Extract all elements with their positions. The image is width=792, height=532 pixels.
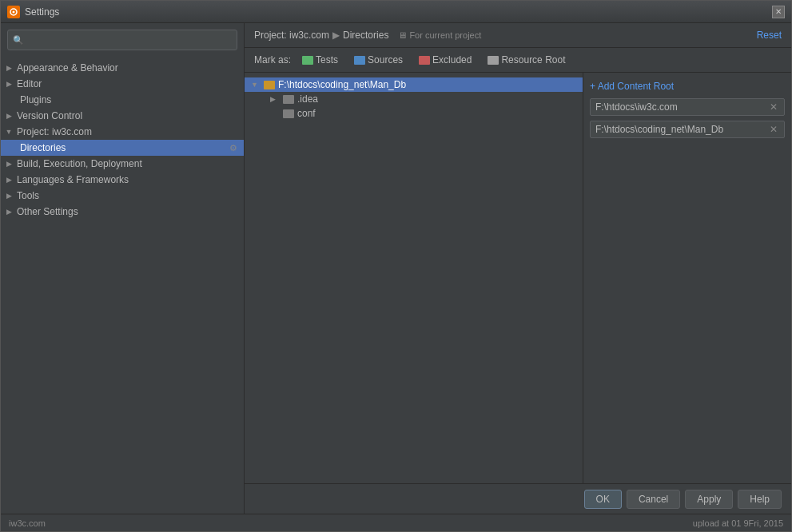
mark-resource-root-button[interactable]: Resource Root	[483, 53, 570, 67]
mark-as-label: Mark as:	[254, 54, 291, 66]
close-button[interactable]: ✕	[772, 6, 785, 18]
arrow-icon: ▶	[4, 175, 14, 185]
sidebar-item-project[interactable]: ▼ Project: iw3c.com	[1, 124, 244, 140]
sidebar-item-editor[interactable]: ▶ Editor	[1, 76, 244, 92]
add-content-root-button[interactable]: + Add Content Root	[590, 79, 785, 93]
search-box[interactable]: 🔍	[7, 30, 237, 50]
remove-content-root-button[interactable]: ✕	[768, 101, 779, 113]
content-root-path: F:\htdocs\coding_net\Man_Db	[595, 124, 723, 135]
tests-folder-icon	[302, 56, 313, 65]
sidebar-item-label: Appearance & Behavior	[17, 62, 118, 73]
tree-item-label: conf	[297, 108, 316, 119]
svg-point-1	[13, 10, 15, 13]
status-bar: iw3c.com upload at 01 9Fri, 2015	[1, 514, 791, 531]
sidebar-item-label: Version Control	[17, 110, 82, 121]
sidebar-item-directories[interactable]: Directories ⚙	[1, 140, 244, 156]
arrow-icon: ▶	[4, 159, 14, 169]
help-button[interactable]: Help	[738, 490, 782, 509]
settings-window: Settings ✕ 🔍 ▶ Appearance & Behavior ▶ E…	[0, 0, 792, 532]
project-label: Project: iw3c.com	[254, 30, 329, 41]
right-panel: Project: iw3c.com ▶ Directories 🖥 For cu…	[245, 23, 791, 514]
arrow-icon: ▶	[4, 79, 14, 89]
arrow-icon: ▼	[4, 127, 14, 137]
sidebar-item-languages[interactable]: ▶ Languages & Frameworks	[1, 172, 244, 188]
arrow-icon: ▶	[4, 207, 14, 216]
content-root-path: F:\htdocs\iw3c.com	[595, 101, 678, 113]
reset-button[interactable]: Reset	[757, 30, 782, 41]
tree-item-label: F:\htdocs\coding_net\Man_Db	[278, 79, 406, 90]
mark-sources-button[interactable]: Sources	[349, 53, 408, 67]
arrow-icon: ▶	[4, 63, 14, 73]
sidebar-item-tools[interactable]: ▶ Tools	[1, 188, 244, 204]
search-input[interactable]	[27, 34, 232, 46]
excluded-folder-icon	[419, 56, 430, 65]
sidebar-item-vcs[interactable]: ▶ Version Control	[1, 108, 244, 124]
app-icon	[7, 6, 20, 18]
tree-item-idea[interactable]: ▶ .idea	[245, 92, 583, 106]
sidebar-item-label: Other Settings	[17, 206, 78, 217]
titlebar: Settings ✕	[1, 1, 791, 23]
ok-button[interactable]: OK	[584, 490, 622, 509]
sidebar-item-label: Plugins	[20, 94, 51, 105]
sidebar-item-build[interactable]: ▶ Build, Execution, Deployment	[1, 156, 244, 172]
sidebar-nav: ▶ Appearance & Behavior ▶ Editor Plugins…	[1, 57, 244, 514]
tree-panel: ▼ F:\htdocs\coding_net\Man_Db ▶ .idea	[245, 73, 583, 483]
sidebar-item-label: Build, Execution, Deployment	[17, 158, 142, 169]
sidebar-item-plugins[interactable]: Plugins	[1, 92, 244, 108]
settings-icon: ⚙	[229, 143, 237, 153]
window-title: Settings	[25, 6, 772, 18]
tree-item-conf[interactable]: conf	[245, 106, 583, 121]
section-label: Directories	[343, 30, 388, 41]
arrow-icon: ▶	[4, 191, 14, 200]
content-roots-panel: + Add Content Root F:\htdocs\iw3c.com ✕ …	[583, 73, 791, 483]
sidebar-item-other[interactable]: ▶ Other Settings	[1, 204, 244, 220]
status-right: upload at 01 9Fri, 2015	[693, 518, 783, 528]
mark-as-bar: Mark as: Tests Sources Excluded Resource…	[245, 48, 791, 73]
folder-icon	[283, 95, 294, 104]
folder-icon	[264, 81, 275, 89]
for-current-project: 🖥 For current project	[398, 30, 481, 40]
resource-folder-icon	[488, 56, 499, 65]
tree-item-root[interactable]: ▼ F:\htdocs\coding_net\Man_Db	[245, 77, 583, 92]
panel-header: Project: iw3c.com ▶ Directories 🖥 For cu…	[245, 23, 791, 48]
tree-item-label: .idea	[297, 93, 318, 105]
folder-icon	[283, 109, 294, 118]
mark-tests-button[interactable]: Tests	[297, 53, 343, 67]
sidebar: 🔍 ▶ Appearance & Behavior ▶ Editor Plugi…	[1, 23, 245, 514]
content-root-item-1: F:\htdocs\iw3c.com ✕	[590, 98, 785, 116]
content-root-item-2: F:\htdocs\coding_net\Man_Db ✕	[590, 121, 785, 138]
monitor-icon: 🖥	[398, 30, 407, 40]
separator: ▶	[332, 30, 340, 41]
sidebar-item-appearance[interactable]: ▶ Appearance & Behavior	[1, 60, 244, 76]
panel-body: ▼ F:\htdocs\coding_net\Man_Db ▶ .idea	[245, 73, 791, 483]
cancel-button[interactable]: Cancel	[627, 490, 680, 509]
status-left: iw3c.com	[9, 518, 46, 528]
search-icon: 🔍	[13, 35, 24, 46]
sidebar-item-label: Directories	[20, 142, 66, 153]
sidebar-item-label: Project: iw3c.com	[17, 126, 92, 137]
arrow-icon: ▶	[4, 111, 14, 121]
tree-expand-icon: ▼	[251, 81, 262, 89]
sources-folder-icon	[354, 56, 365, 65]
apply-button[interactable]: Apply	[685, 490, 733, 509]
main-content: 🔍 ▶ Appearance & Behavior ▶ Editor Plugi…	[1, 23, 791, 514]
tree-expand-icon: ▶	[270, 95, 281, 103]
sidebar-item-label: Languages & Frameworks	[17, 174, 129, 185]
sidebar-item-label: Editor	[17, 78, 42, 89]
mark-excluded-button[interactable]: Excluded	[414, 53, 476, 67]
panel-title: Project: iw3c.com ▶ Directories 🖥 For cu…	[254, 30, 481, 41]
bottom-bar: OK Cancel Apply Help	[245, 483, 791, 514]
sidebar-item-label: Tools	[17, 190, 39, 201]
remove-content-root-button[interactable]: ✕	[768, 124, 779, 135]
